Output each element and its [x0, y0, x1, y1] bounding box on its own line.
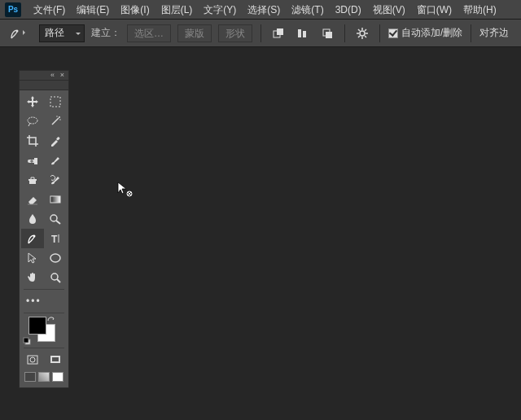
- svg-point-31: [50, 215, 57, 221]
- clone-stamp-tool[interactable]: [21, 170, 44, 190]
- healing-brush-tool[interactable]: [21, 151, 44, 170]
- svg-text:T: T: [51, 234, 58, 245]
- quick-mask-toggle[interactable]: [21, 350, 44, 370]
- dodge-tool[interactable]: [44, 209, 67, 229]
- svg-rect-44: [52, 357, 59, 361]
- checkbox-checked-icon: [388, 28, 398, 38]
- pen-tool[interactable]: [21, 229, 44, 248]
- svg-rect-40: [24, 338, 28, 343]
- brush-tool[interactable]: [44, 151, 67, 170]
- svg-point-17: [28, 117, 37, 124]
- separator: [471, 24, 471, 42]
- menu-select[interactable]: 选择(S): [242, 0, 286, 20]
- magic-wand-tool[interactable]: [44, 112, 67, 131]
- svg-line-13: [365, 36, 366, 37]
- crop-tool[interactable]: [21, 131, 44, 151]
- gear-icon[interactable]: [353, 24, 371, 42]
- menu-bar: Ps 文件(F) 编辑(E) 图像(I) 图层(L) 文字(Y) 选择(S) 滤…: [0, 0, 521, 20]
- svg-line-15: [365, 29, 366, 31]
- zoom-tool[interactable]: [44, 268, 67, 287]
- auto-add-delete-label: 自动添加/删除: [401, 26, 462, 40]
- move-tool[interactable]: [21, 92, 44, 112]
- menu-3d[interactable]: 3D(D): [330, 0, 367, 20]
- hand-tool[interactable]: [21, 268, 44, 287]
- path-selection-tool[interactable]: [21, 248, 44, 268]
- svg-point-7: [360, 31, 365, 36]
- gradient-tool[interactable]: [44, 190, 67, 209]
- separator: [260, 24, 261, 42]
- svg-line-14: [358, 36, 360, 37]
- history-brush-tool[interactable]: [44, 170, 67, 190]
- canvas-area[interactable]: [0, 47, 521, 420]
- panel-footer: [21, 370, 67, 386]
- app-logo: Ps: [5, 2, 21, 17]
- menu-file[interactable]: 文件(F): [28, 0, 71, 20]
- close-icon[interactable]: ×: [59, 72, 66, 79]
- svg-point-37: [51, 273, 58, 280]
- make-shape-button[interactable]: 形状: [218, 24, 252, 42]
- swap-colors-icon[interactable]: [47, 316, 55, 324]
- svg-rect-3: [298, 29, 301, 37]
- menu-window[interactable]: 窗口(W): [411, 0, 458, 20]
- type-tool[interactable]: T: [44, 229, 67, 248]
- shape-tool[interactable]: [44, 248, 67, 268]
- mode-dropdown[interactable]: 路径: [39, 24, 85, 42]
- path-align-icon[interactable]: [294, 24, 312, 42]
- path-arrange-icon[interactable]: [318, 24, 336, 42]
- footer-swatch-icon[interactable]: [24, 372, 36, 382]
- menu-image[interactable]: 图像(I): [115, 0, 155, 20]
- svg-rect-28: [28, 179, 37, 181]
- svg-point-20: [56, 116, 57, 116]
- eyedropper-tool[interactable]: [44, 131, 67, 151]
- svg-rect-6: [326, 32, 332, 38]
- svg-rect-16: [50, 97, 60, 107]
- svg-point-0: [16, 29, 19, 32]
- menu-edit[interactable]: 编辑(E): [71, 0, 115, 20]
- divider: [24, 313, 64, 313]
- path-op-1-icon[interactable]: [269, 24, 287, 42]
- collapse-icon[interactable]: «: [49, 72, 56, 79]
- tools-panel: « × T •••: [19, 70, 69, 388]
- separator: [344, 24, 345, 42]
- svg-point-36: [50, 254, 60, 262]
- menu-view[interactable]: 视图(V): [367, 0, 411, 20]
- separator: [379, 24, 380, 42]
- svg-rect-2: [277, 28, 283, 35]
- current-tool-icon[interactable]: [7, 24, 33, 43]
- auto-add-delete-option[interactable]: 自动添加/删除: [388, 26, 462, 40]
- make-selection-button[interactable]: 选区…: [127, 24, 171, 42]
- options-bar: 路径 建立： 选区… 蒙版 形状 自动添加/删除 对齐边: [0, 20, 521, 47]
- svg-line-18: [52, 118, 59, 125]
- divider: [24, 348, 64, 348]
- svg-rect-24: [34, 158, 37, 164]
- panel-title: [20, 81, 68, 90]
- menu-layer[interactable]: 图层(L): [155, 0, 199, 20]
- foreground-color-swatch[interactable]: [28, 317, 46, 335]
- svg-point-42: [30, 357, 35, 362]
- svg-line-12: [358, 29, 360, 31]
- build-label: 建立：: [91, 26, 120, 40]
- blur-tool[interactable]: [21, 209, 44, 229]
- default-colors-icon[interactable]: [23, 337, 31, 345]
- make-mask-button[interactable]: 蒙版: [177, 24, 212, 42]
- lasso-tool[interactable]: [21, 112, 44, 131]
- panel-header: « ×: [20, 71, 68, 81]
- svg-point-21: [59, 119, 60, 120]
- eraser-tool[interactable]: [21, 190, 44, 209]
- marquee-tool[interactable]: [44, 92, 67, 112]
- divider: [24, 289, 64, 290]
- align-edges-label: 对齐边: [479, 26, 509, 40]
- mode-value: 路径: [45, 26, 64, 40]
- screen-mode-toggle[interactable]: [44, 350, 67, 370]
- edit-toolbar[interactable]: •••: [21, 291, 44, 311]
- svg-rect-22: [56, 137, 60, 141]
- align-edges-option[interactable]: 对齐边: [479, 26, 509, 40]
- svg-line-32: [56, 221, 60, 224]
- footer-swatch-icon[interactable]: [52, 372, 63, 382]
- footer-swatch-icon[interactable]: [38, 372, 50, 382]
- menu-help[interactable]: 帮助(H): [458, 0, 502, 20]
- color-swatches[interactable]: [21, 315, 67, 346]
- svg-point-33: [33, 235, 36, 238]
- menu-filter[interactable]: 滤镜(T): [286, 0, 329, 20]
- menu-type[interactable]: 文字(Y): [198, 0, 242, 20]
